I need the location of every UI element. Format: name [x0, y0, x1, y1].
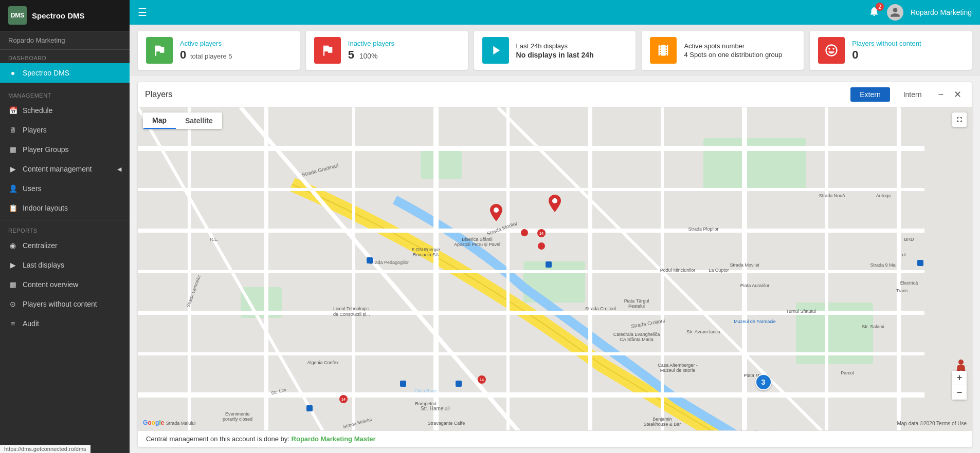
pwc-icon: ⊙ — [8, 299, 17, 309]
sidebar-item-spectroo-dms[interactable]: ● Spectroo DMS — [0, 63, 130, 83]
app-name: Spectroo DMS — [32, 11, 85, 20]
sidebar-item-content-overview[interactable]: ▦ Content overview — [0, 275, 130, 294]
footer-text: Central management on this account is do… — [138, 430, 972, 447]
svg-rect-1 — [421, 148, 462, 179]
topbar-left: ☰ — [138, 6, 147, 18]
hamburger-button[interactable]: ☰ — [138, 6, 147, 18]
schedule-icon: 📅 — [8, 106, 17, 115]
svg-point-91 — [538, 242, 545, 250]
inactive-players-label: Inactive players — [348, 40, 394, 47]
sidebar-item-audit[interactable]: ≡ Audit — [0, 314, 130, 333]
svg-text:porarily closed: porarily closed — [223, 417, 252, 422]
svg-text:Muzeul de Farmacie: Muzeul de Farmacie — [734, 319, 776, 324]
sidebar-item-indoor-layouts[interactable]: 📋 Indoor layouts — [0, 198, 130, 218]
svg-rect-82 — [917, 260, 923, 266]
svg-text:La Cuptor: La Cuptor — [709, 268, 729, 273]
notification-badge: 2 — [876, 3, 884, 11]
extern-button[interactable]: Extern — [850, 87, 890, 102]
svg-text:de Constructii și...: de Constructii și... — [333, 312, 370, 317]
map-type-satellite-button[interactable]: Satellite — [176, 112, 222, 129]
sidebar-item-player-groups[interactable]: ▦ Player Groups — [0, 140, 130, 159]
svg-text:Trans...: Trans... — [896, 288, 912, 293]
notification-bell[interactable]: 2 — [868, 6, 880, 19]
svg-text:Podul Minciunilor: Podul Minciunilor — [660, 268, 696, 273]
map-close-button[interactable]: ✕ — [951, 88, 965, 101]
map-fullscreen-button[interactable] — [952, 112, 967, 127]
active-players-value: 0 total playere 5 — [180, 48, 232, 62]
sidebar-divider — [0, 85, 130, 85]
map-type-toggle: Map Satellite — [143, 112, 222, 129]
map-type-map-button[interactable]: Map — [143, 112, 176, 129]
intern-button[interactable]: Intern — [894, 87, 931, 102]
map-panel-header: Players Extern Intern − ✕ — [138, 82, 972, 107]
svg-text:Romania SA: Romania SA — [413, 252, 439, 257]
svg-text:Strada Croitoril: Strada Croitoril — [585, 306, 616, 311]
svg-text:14: 14 — [480, 378, 484, 382]
topbar-right: 2 Ropardo Marketing — [868, 4, 972, 21]
svg-text:Cibin River: Cibin River — [414, 388, 437, 393]
dashboard-section-label: Dashboard — [0, 50, 130, 63]
map-minimize-button[interactable]: − — [935, 88, 947, 101]
stats-row: Active players 0 total playere 5 Inactiv… — [130, 25, 980, 76]
map-pin-1[interactable] — [490, 204, 502, 223]
svg-text:Strada Ploplior: Strada Ploplior — [688, 226, 718, 232]
main-area: ☰ 2 Ropardo Marketing Active players 0 — [130, 0, 980, 453]
last-displays-value: No displays in last 24h — [516, 51, 594, 59]
svg-text:Biserica Sfântii: Biserica Sfântii — [462, 237, 493, 242]
map-panel-controls: Extern Intern − ✕ — [850, 87, 965, 102]
player-groups-icon: ▦ — [8, 145, 17, 154]
sidebar-item-content-management[interactable]: ▶ Content management ◀ — [0, 159, 130, 179]
map-container[interactable]: Strada Gradinari Strada Morilor Strada L… — [138, 107, 972, 430]
audit-icon: ≡ — [8, 319, 17, 328]
svg-text:Casa Altemberger -: Casa Altemberger - — [658, 363, 698, 368]
pwc-value: 0 — [852, 48, 921, 62]
map-svg: Strada Gradinari Strada Morilor Strada L… — [138, 107, 972, 430]
svg-text:Evenimente: Evenimente — [225, 411, 250, 417]
sidebar-item-players-without-content[interactable]: ⊙ Players without content — [0, 294, 130, 314]
sidebar-item-players[interactable]: 🖥 Players — [0, 120, 130, 140]
svg-text:Benjamin: Benjamin — [652, 417, 672, 422]
stat-card-last-displays: Last 24h displays No displays in last 24… — [474, 31, 636, 70]
map-pin-2[interactable] — [549, 195, 561, 214]
svg-text:Rompetrol: Rompetrol — [415, 401, 437, 406]
sidebar-header: DMS Spectroo DMS — [0, 0, 130, 31]
inactive-players-text: Inactive players 5 100% — [348, 40, 394, 62]
last-displays-icon: ▶ — [8, 260, 17, 270]
active-spots-label: Active spots number — [684, 42, 782, 50]
sidebar-item-centralizer[interactable]: ◉ Centralizer — [0, 236, 130, 255]
svg-text:di: di — [902, 252, 905, 257]
user-avatar — [887, 4, 903, 21]
inactive-players-icon — [314, 37, 341, 64]
sidebar-item-schedule[interactable]: 📅 Schedule — [0, 101, 130, 120]
svg-text:Strada Movilei: Strada Movilei — [730, 262, 759, 268]
svg-text:Parcul: Parcul — [841, 370, 854, 375]
zoom-in-button[interactable]: + — [952, 371, 967, 385]
map-cluster-1[interactable]: 3 — [755, 374, 772, 390]
google-logo: Google Strada Malului — [143, 419, 195, 426]
sidebar-item-last-displays[interactable]: ▶ Last displays — [0, 255, 130, 275]
svg-text:CA Sfânta Maria: CA Sfânta Maria — [620, 337, 654, 342]
svg-text:14: 14 — [539, 232, 543, 235]
svg-text:Catedrala Evangheliča: Catedrala Evangheliča — [613, 332, 660, 337]
last-displays-label: Last 24h displays — [516, 42, 594, 50]
svg-text:Apostoli Petru și Pavel: Apostoli Petru și Pavel — [454, 242, 500, 247]
pwc-text: Players without content 0 — [852, 40, 921, 62]
active-spots-value: 4 Spots on one distribution group — [684, 51, 782, 59]
svg-text:Algenia Confex: Algenia Confex — [307, 360, 339, 365]
pwc-label: Players without content — [852, 40, 921, 47]
active-players-text: Active players 0 total playere 5 — [180, 40, 232, 62]
svg-text:Electrică: Electrică — [900, 280, 918, 286]
svg-rect-78 — [367, 257, 373, 263]
svg-text:Muzeul de Istorie: Muzeul de Istorie — [660, 368, 696, 373]
svg-rect-83 — [306, 405, 313, 411]
svg-rect-81 — [456, 381, 462, 387]
status-bar: https://dms.getconnected.ro/dms — [0, 445, 90, 453]
stat-card-inactive-players: Inactive players 5 100% — [306, 31, 468, 70]
svg-text:Turnul Sfatutui: Turnul Sfatutui — [786, 309, 816, 314]
svg-text:Steakhouse & Bar: Steakhouse & Bar — [644, 422, 681, 427]
last-displays-text: Last 24h displays No displays in last 24… — [516, 42, 594, 59]
svg-text:Catedrala Sfânta Treime: Catedrala Sfânta Treime — [730, 429, 780, 430]
sidebar-item-users[interactable]: 👤 Users — [0, 179, 130, 198]
zoom-out-button[interactable]: − — [952, 385, 967, 400]
pwc-stat-icon — [818, 37, 845, 64]
